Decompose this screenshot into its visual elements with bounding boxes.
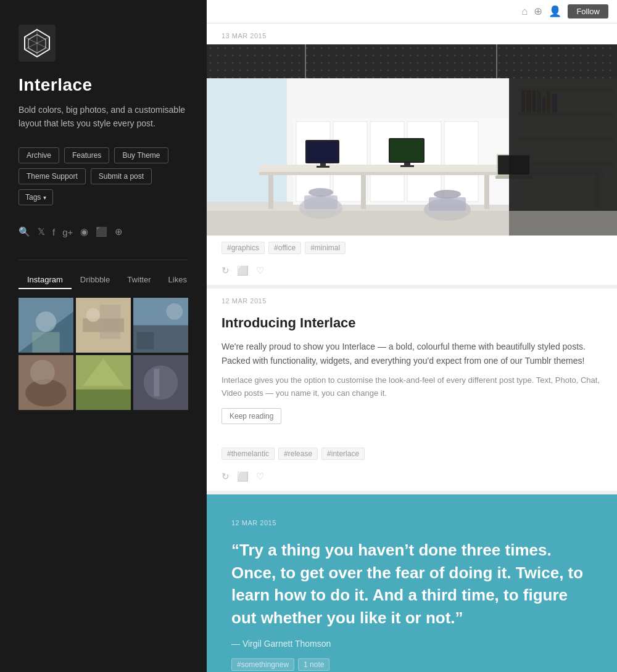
quote-content: 12 MAR 2015 “Try a thing you haven’t don… <box>207 494 617 672</box>
reblog-icon-1[interactable]: ↻ <box>222 265 230 276</box>
social-tabs: Instagram Dribbble Twitter Likes <box>19 271 188 289</box>
instagram-photo-6[interactable] <box>133 355 188 410</box>
like-icon-2[interactable]: ♡ <box>256 471 264 482</box>
tag-themelantic[interactable]: #themelantic <box>222 448 275 460</box>
tab-twitter[interactable]: Twitter <box>118 271 159 289</box>
post-image-1 <box>207 44 617 236</box>
sidebar-description: Bold colors, big photos, and a customisa… <box>19 104 188 130</box>
post-body-2: Introducing Interlace We're really proud… <box>207 309 617 441</box>
svg-rect-8 <box>32 332 60 353</box>
svg-rect-68 <box>400 165 414 167</box>
twitter-icon[interactable]: 𝕏 <box>38 226 45 237</box>
quote-post: 12 MAR 2015 “Try a thing you haven’t don… <box>207 494 617 672</box>
tag-office[interactable]: #office <box>268 242 301 254</box>
tab-instagram[interactable]: Instagram <box>19 271 72 289</box>
user-icon[interactable]: 👤 <box>549 5 561 18</box>
sidebar-logo <box>19 25 188 75</box>
tag-interlace[interactable]: #interlace <box>321 448 365 460</box>
sidebar-title: Interlace <box>19 75 188 95</box>
svg-rect-59 <box>361 175 366 209</box>
svg-rect-30 <box>207 44 617 81</box>
post-date-3: 12 MAR 2015 <box>231 519 592 527</box>
svg-rect-64 <box>317 166 329 168</box>
svg-point-16 <box>166 303 183 320</box>
quote-text: “Try a thing you haven’t done three time… <box>231 539 592 629</box>
svg-rect-73 <box>304 195 337 209</box>
post-tags-2: #themelantic #release #interlace <box>207 441 617 466</box>
tab-likes[interactable]: Likes <box>160 271 196 289</box>
photo-post: 13 MAR 2015 <box>207 23 617 285</box>
svg-point-20 <box>30 360 55 385</box>
svg-rect-77 <box>434 190 461 199</box>
post-title-2: Introducing Interlace <box>222 314 602 332</box>
svg-rect-17 <box>137 332 154 350</box>
svg-point-12 <box>86 308 100 322</box>
svg-point-25 <box>144 366 178 400</box>
keep-reading-button[interactable]: Keep reading <box>222 408 281 424</box>
instagram-photo-3[interactable] <box>133 298 188 353</box>
sidebar: Interlace Bold colors, big photos, and a… <box>0 0 207 672</box>
sidebar-navigation: Archive Features Buy Theme Theme Support… <box>19 147 188 205</box>
svg-rect-62 <box>307 141 338 162</box>
svg-rect-22 <box>76 390 131 410</box>
svg-rect-60 <box>484 175 489 209</box>
like-icon-1[interactable]: ♡ <box>256 265 264 276</box>
post-tags-1: #graphics #office #minimal <box>207 236 617 260</box>
googleplus-icon[interactable]: g+ <box>62 227 73 237</box>
social-icons: 🔍 𝕏 f g+ ◉ ⬛ ⊕ <box>19 226 188 237</box>
share-icon-1[interactable]: ⬜ <box>237 265 249 276</box>
svg-rect-79 <box>207 211 617 236</box>
topbar: ⌂ ⊕ 👤 Follow <box>207 0 617 23</box>
sidebar-divider <box>19 260 188 260</box>
instagram-photo-1[interactable] <box>19 298 73 353</box>
reblog-icon-2[interactable]: ↻ <box>222 471 230 482</box>
tab-dribbble[interactable]: Dribbble <box>72 271 118 289</box>
text-post: 12 MAR 2015 Introducing Interlace We're … <box>207 289 617 491</box>
instagram-photo-5[interactable] <box>76 355 131 410</box>
svg-rect-36 <box>207 78 287 202</box>
buy-theme-button[interactable]: Buy Theme <box>114 147 168 163</box>
instagram-grid <box>19 298 188 410</box>
dribbble-icon[interactable]: ◉ <box>80 226 88 237</box>
search-icon[interactable]: 🔍 <box>19 226 30 237</box>
tag-minimal[interactable]: #minimal <box>305 242 346 254</box>
share-icon-2[interactable]: ⬜ <box>237 471 249 482</box>
quote-source: — Virgil Garnett Thomson <box>231 639 592 649</box>
svg-rect-13 <box>100 305 120 340</box>
home-icon[interactable]: ⌂ <box>521 6 528 18</box>
svg-rect-76 <box>429 197 466 211</box>
post-date-1: 13 MAR 2015 <box>207 23 617 44</box>
post-actions-2: ↻ ⬜ ♡ <box>207 466 617 491</box>
quote-tags: #somethingnew 1 note <box>231 658 592 671</box>
tag-release[interactable]: #release <box>278 448 318 460</box>
svg-rect-57 <box>268 175 273 209</box>
svg-rect-54 <box>444 121 478 202</box>
main-content: ⌂ ⊕ 👤 Follow 13 MAR 2015 <box>207 0 617 672</box>
follow-button[interactable]: Follow <box>568 4 608 18</box>
post-date-2: 12 MAR 2015 <box>207 289 617 309</box>
svg-rect-74 <box>308 188 333 197</box>
instagram-icon[interactable]: ⬛ <box>96 226 107 237</box>
post-actions-1: ↻ ⬜ ♡ <box>207 260 617 285</box>
facebook-icon[interactable]: f <box>52 227 55 237</box>
submit-post-button[interactable]: Submit a post <box>91 168 152 184</box>
tags-dropdown-button[interactable]: Tags <box>19 189 53 205</box>
instagram-photo-2[interactable] <box>76 298 131 353</box>
post-text-secondary-2: Interlace gives you the option to custom… <box>222 374 602 400</box>
compose-icon[interactable]: ⊕ <box>534 5 542 18</box>
theme-support-button[interactable]: Theme Support <box>19 168 86 184</box>
post-text-2: We're really proud to show you Interlace… <box>222 340 602 368</box>
archive-button[interactable]: Archive <box>19 147 59 163</box>
svg-rect-66 <box>390 139 423 162</box>
svg-rect-26 <box>154 369 159 397</box>
tag-graphics[interactable]: #graphics <box>222 242 265 254</box>
quote-note: 1 note <box>298 658 329 671</box>
rss-icon[interactable]: ⊕ <box>115 226 123 237</box>
tag-somethingnew[interactable]: #somethingnew <box>231 658 294 671</box>
svg-point-9 <box>36 312 56 332</box>
instagram-photo-4[interactable] <box>19 355 73 410</box>
features-button[interactable]: Features <box>64 147 109 163</box>
